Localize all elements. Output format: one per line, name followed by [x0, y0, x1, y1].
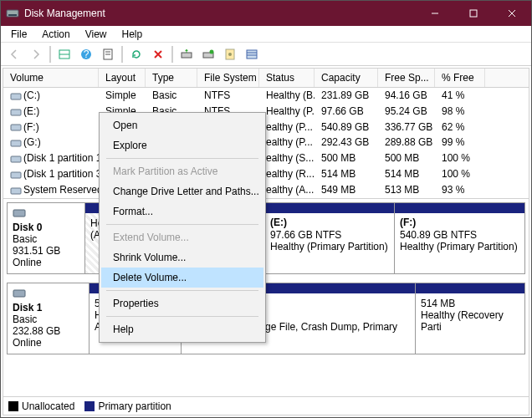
col-free[interactable]: Free Sp... [378, 69, 435, 87]
col-capacity[interactable]: Capacity [315, 69, 378, 87]
svg-rect-1 [8, 14, 17, 16]
ctx-explore[interactable]: Explore [101, 135, 263, 155]
ctx-mark-active: Mark Partition as Active [101, 161, 263, 181]
menu-help[interactable]: Help [115, 27, 150, 42]
svg-rect-29 [13, 290, 25, 297]
volume-header: Volume Layout Type File System Status Ca… [3, 69, 529, 88]
back-button[interactable] [4, 44, 24, 64]
svg-text:?: ? [84, 48, 90, 60]
minimize-button[interactable] [416, 1, 454, 26]
separator [121, 46, 123, 63]
ctx-open[interactable]: Open [101, 115, 263, 135]
maximize-button[interactable] [454, 1, 493, 26]
svg-rect-21 [11, 94, 21, 99]
menu-view[interactable]: View [79, 27, 114, 42]
table-row[interactable]: (C:)SimpleBasicNTFSHealthy (B...231.89 G… [3, 88, 529, 104]
ctx-help[interactable]: Help [101, 319, 263, 339]
svg-rect-26 [11, 172, 21, 178]
main-panel: Volume Layout Type File System Status Ca… [3, 68, 529, 415]
table-row[interactable]: (E:)SimpleBasicNTFSHealthy (P...97.66 GB… [3, 104, 529, 120]
menubar: File Action View Help [1, 26, 531, 43]
col-type[interactable]: Type [146, 69, 197, 87]
svg-point-17 [228, 53, 232, 56]
partition[interactable]: (E:)97.66 GB NTFSHealthy (Primary Partit… [265, 203, 395, 273]
close-button[interactable] [493, 1, 531, 26]
disk-label[interactable]: Disk 1Basic232.88 GBOnline [8, 283, 90, 354]
ctx-format[interactable]: Format... [101, 201, 263, 222]
separator [49, 46, 51, 63]
separator [106, 158, 258, 159]
table-row[interactable]: (G:)ealthy (P...292.43 GB289.88 GB99 % [3, 135, 529, 150]
partition[interactable]: 514 MBHealthy (Recovery Parti [416, 283, 524, 354]
svg-rect-27 [11, 188, 21, 194]
separator [106, 316, 258, 317]
legend: Unallocated Primary partition [3, 396, 529, 415]
col-pct[interactable]: % Free [435, 69, 485, 87]
delete-icon[interactable] [148, 44, 168, 64]
legend-unallocated: Unallocated [8, 400, 74, 412]
ctx-shrink[interactable]: Shrink Volume... [101, 247, 263, 268]
svg-rect-23 [11, 125, 21, 130]
table-row[interactable]: (Disk 1 partition 3)ealthy (R...514 MB51… [3, 166, 529, 182]
svg-rect-28 [13, 210, 25, 217]
app-icon [6, 7, 19, 20]
svg-rect-3 [470, 10, 477, 17]
svg-rect-18 [247, 50, 257, 59]
list-icon[interactable] [242, 44, 262, 64]
ctx-extend: Extend Volume... [101, 227, 263, 247]
col-status[interactable]: Status [259, 69, 315, 87]
table-row[interactable]: (Disk 1 partition 1)ealthy (S...500 MB50… [3, 150, 529, 166]
menu-action[interactable]: Action [35, 27, 76, 42]
titlebar: Disk Management [1, 1, 531, 26]
panes-icon[interactable] [54, 44, 74, 64]
col-volume[interactable]: Volume [3, 69, 99, 87]
settings-icon[interactable] [220, 44, 240, 64]
window-title: Disk Management [24, 8, 416, 19]
refresh-icon[interactable] [126, 44, 146, 64]
menu-file[interactable]: File [4, 27, 33, 42]
table-row[interactable]: (F:)ealthy (P...540.89 GB336.77 GB62 % [3, 120, 529, 135]
disk-graphic-area: Disk 0Basic931.51 GBOnlineHealthy (Activ… [3, 198, 529, 396]
disk-label[interactable]: Disk 0Basic931.51 GBOnline [8, 203, 85, 273]
col-layout[interactable]: Layout [99, 69, 146, 87]
svg-rect-24 [11, 140, 21, 146]
forward-button[interactable] [26, 44, 46, 64]
disk-row: Disk 1Basic232.88 GBOnline500 MB NTFSHea… [7, 283, 525, 354]
volume-list: (C:)SimpleBasicNTFSHealthy (B...231.89 G… [3, 88, 529, 198]
ctx-properties[interactable]: Properties [101, 293, 263, 314]
table-row[interactable]: System Reservedealthy (A...549 MB513 MB9… [3, 182, 529, 198]
col-filesystem[interactable]: File System [197, 69, 259, 87]
separator [106, 290, 258, 291]
ctx-change-letter[interactable]: Change Drive Letter and Paths... [101, 181, 263, 201]
svg-point-15 [210, 49, 214, 54]
toolbar: ? [1, 43, 531, 66]
svg-rect-13 [182, 53, 192, 58]
svg-rect-25 [11, 156, 21, 162]
legend-primary: Primary partition [84, 400, 171, 412]
separator [106, 224, 258, 225]
svg-rect-22 [11, 110, 21, 115]
rescan-icon[interactable] [176, 44, 197, 64]
partition[interactable]: (F:)540.89 GB NTFSHealthy (Primary Parti… [395, 203, 524, 273]
properties-icon[interactable] [98, 44, 118, 64]
ctx-delete-volume[interactable]: Delete Volume... [101, 268, 263, 288]
context-menu: Open Explore Mark Partition as Active Ch… [99, 112, 266, 343]
separator [171, 46, 173, 63]
disk-row: Disk 0Basic931.51 GBOnlineHealthy (Activ… [7, 202, 525, 274]
attach-icon[interactable] [198, 44, 218, 64]
help-icon[interactable]: ? [76, 44, 96, 64]
